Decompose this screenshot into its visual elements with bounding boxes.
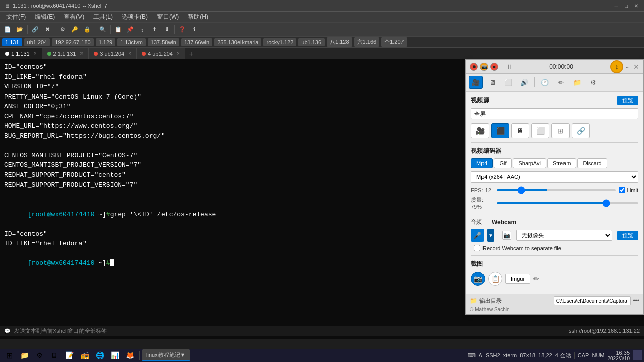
server-tag-137win[interactable]: 137.58win: [148, 38, 179, 46]
mic-arrow[interactable]: ▼: [487, 229, 494, 242]
server-tag-137win2[interactable]: 137.66win: [181, 38, 212, 46]
record-webcam-checkbox[interactable]: [474, 245, 480, 251]
menu-item-选项卡b[interactable]: 选项卡(B): [118, 12, 152, 22]
toolbar-info[interactable]: ℹ: [189, 24, 200, 35]
toolbar-transfer[interactable]: ↕: [137, 24, 148, 35]
server-tag-ip[interactable]: 192.92.67.180: [52, 38, 93, 46]
enc-tab-gif[interactable]: Gif: [494, 158, 512, 168]
file-explorer-icon[interactable]: 📁: [17, 349, 31, 361]
menu-item-窗口w[interactable]: 窗口(W): [153, 12, 183, 22]
imgur-btn[interactable]: Imgur: [505, 274, 530, 284]
captura-expand[interactable]: ⌄: [625, 64, 629, 69]
toolbar-help[interactable]: ❓: [177, 24, 188, 35]
tab-close-4[interactable]: ×: [177, 51, 180, 56]
video-source-input[interactable]: [471, 108, 638, 119]
output-dots-btn[interactable]: •••: [633, 297, 639, 304]
enc-tab-stream[interactable]: Stream: [547, 158, 576, 168]
captura-stop-btn[interactable]: ■: [490, 63, 498, 71]
enc-tab-mp4[interactable]: Mp4: [471, 158, 493, 168]
server-tag-active[interactable]: 1.131: [2, 38, 22, 46]
toolbar-upload[interactable]: ⬆: [149, 24, 160, 35]
server-tag-6166[interactable]: 六1.166: [354, 37, 380, 47]
captura-close-btn[interactable]: ✕: [633, 63, 639, 71]
menu-item-工具l[interactable]: 工具(L): [89, 12, 117, 22]
server-tag-1207[interactable]: 个1.207: [381, 37, 407, 47]
tab-close-2[interactable]: ×: [80, 51, 83, 56]
taskbar-icon-3[interactable]: 🖥: [47, 349, 61, 361]
captura-camera-btn[interactable]: 📷: [480, 63, 488, 71]
codec-dropdown[interactable]: Mp4 (x264 | AAC): [471, 171, 638, 183]
session-tab-3[interactable]: 3 ub1.204 ×: [89, 48, 137, 59]
toolbar-key[interactable]: 🔑: [69, 24, 80, 35]
screenshot-btn-clipboard[interactable]: 📋: [488, 272, 502, 286]
output-path-input[interactable]: [554, 296, 631, 305]
cap-tool-audio[interactable]: 🔊: [517, 76, 531, 89]
server-tag-255elk[interactable]: 255.130elkmaria: [214, 38, 261, 46]
taskbar-icon-2[interactable]: ⚙: [32, 349, 46, 361]
taskbar-item-xshell[interactable]: linux教程笔记▼: [142, 349, 190, 361]
show-desktop-btn[interactable]: [633, 350, 642, 360]
menu-item-编辑e[interactable]: 编辑(E): [31, 12, 59, 22]
fps-limit-checkbox[interactable]: [619, 187, 625, 193]
maximize-button[interactable]: □: [623, 2, 630, 9]
start-button[interactable]: ⊞: [2, 349, 16, 361]
menu-item-文件f[interactable]: 文件(F): [2, 12, 30, 22]
cap-tool-window[interactable]: ⬜: [501, 76, 515, 89]
fps-slider[interactable]: [497, 189, 616, 191]
tab-close-3[interactable]: ×: [128, 51, 131, 56]
screenshot-btn-capture[interactable]: 📷: [471, 272, 485, 286]
src-icon-link[interactable]: 🔗: [572, 123, 590, 138]
menu-item-查看v[interactable]: 查看(V): [60, 12, 88, 22]
toolbar-settings[interactable]: ⚙: [57, 24, 68, 35]
src-icon-camera[interactable]: 🎥: [471, 123, 489, 138]
taskbar-icon-5[interactable]: 📻: [77, 349, 92, 361]
add-tab-button[interactable]: +: [185, 48, 197, 59]
session-tab-1[interactable]: 1:1.131 ×: [0, 48, 42, 59]
toolbar-download[interactable]: ⬇: [161, 24, 172, 35]
webcam-preview-btn[interactable]: 预览: [617, 231, 638, 240]
minimize-button[interactable]: ─: [613, 2, 620, 9]
taskbar-icon-6[interactable]: 🌐: [93, 349, 107, 361]
enc-tab-discard[interactable]: Discard: [577, 158, 607, 168]
cap-tool-settings[interactable]: ⚙: [586, 76, 600, 89]
server-tag-cfvm[interactable]: 1.13cfvm: [117, 38, 146, 46]
toolbar-paste[interactable]: 📌: [125, 24, 136, 35]
enc-tab-sharpavi[interactable]: SharpAvi: [513, 158, 546, 168]
taskbar-icon-8[interactable]: 🦊: [123, 349, 137, 361]
session-tab-4[interactable]: 4 ub1.204 ×: [137, 48, 185, 59]
toolbar-new[interactable]: 📄: [2, 24, 13, 35]
taskbar-icon-4[interactable]: 📝: [62, 349, 76, 361]
toolbar-open[interactable]: 📂: [14, 24, 25, 35]
quality-slider[interactable]: [497, 202, 638, 204]
src-icon-custom[interactable]: ⊞: [551, 123, 570, 138]
cap-tool-screen[interactable]: 🖥: [485, 76, 499, 89]
cap-tool-video[interactable]: 🎥: [469, 76, 483, 89]
src-icon-region[interactable]: ⬜: [531, 123, 549, 138]
webcam-camera-icon[interactable]: 📷: [502, 231, 511, 240]
server-tag-ub136[interactable]: ub1.136: [298, 38, 325, 46]
webcam-select[interactable]: 无摄像头: [516, 230, 612, 241]
src-icon-fullscreen[interactable]: ⬛: [491, 123, 509, 138]
menu-item-帮助h[interactable]: 帮助(H): [184, 12, 212, 22]
src-icon-window[interactable]: 🖥: [511, 123, 529, 138]
cap-tool-folder[interactable]: 📁: [570, 76, 584, 89]
cap-tool-pencil[interactable]: ✏: [554, 76, 568, 89]
taskbar-icon-7[interactable]: 📊: [108, 349, 122, 361]
mic-icon[interactable]: 🎤: [471, 229, 484, 242]
toolbar-disconnect[interactable]: ✖: [42, 24, 53, 35]
captura-gold-btn[interactable]: ↕: [610, 60, 623, 73]
session-tab-2[interactable]: 2 1:1.131 ×: [42, 48, 89, 59]
close-button[interactable]: ✕: [633, 2, 640, 9]
server-tag-129[interactable]: 1.129: [96, 38, 116, 46]
toolbar-lock[interactable]: 🔒: [82, 24, 93, 35]
cap-tool-recent[interactable]: 🕐: [538, 76, 552, 89]
server-tag-ub1204[interactable]: ub1.204: [24, 38, 50, 46]
edit-icon[interactable]: ✏: [533, 275, 539, 283]
captura-record-btn[interactable]: ⏺: [470, 63, 478, 71]
server-tag-rocky[interactable]: rocky1.122: [263, 38, 296, 46]
video-preview-btn[interactable]: 预览: [617, 96, 638, 105]
server-tag-8128[interactable]: 八1.128: [327, 37, 352, 47]
tab-close-1[interactable]: ×: [34, 51, 37, 56]
toolbar-connect[interactable]: 🔗: [30, 24, 41, 35]
toolbar-search[interactable]: 🔍: [97, 24, 108, 35]
